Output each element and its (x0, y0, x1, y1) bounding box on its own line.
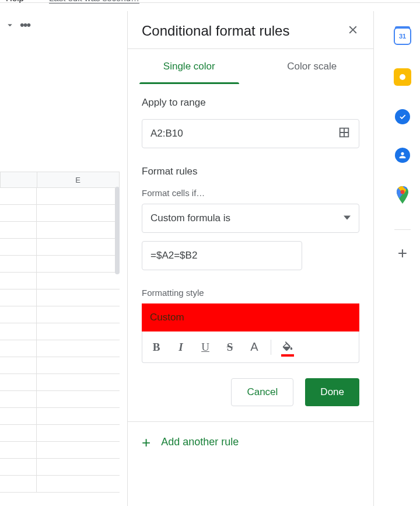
cell[interactable] (36, 442, 120, 459)
cell[interactable] (0, 205, 36, 222)
tasks-icon[interactable] (395, 109, 410, 124)
underline-button[interactable]: U (194, 336, 217, 359)
contacts-icon[interactable] (395, 148, 410, 163)
rule-type-value: Custom formula is (150, 212, 344, 224)
range-input[interactable]: A2:B10 (142, 119, 359, 148)
cell[interactable] (36, 323, 120, 340)
chevron-down-icon (344, 212, 351, 224)
separator (271, 340, 271, 355)
fill-color-indicator (281, 354, 294, 357)
cell[interactable] (0, 289, 36, 306)
cell[interactable] (36, 256, 120, 273)
cell[interactable] (0, 222, 36, 239)
close-icon[interactable] (346, 23, 359, 39)
last-edit-link[interactable]: Last edit was second… (49, 0, 139, 4)
menu-help[interactable]: Help (6, 0, 24, 3)
calendar-icon[interactable]: 31 (394, 27, 411, 45)
scrollbar[interactable] (115, 187, 120, 274)
style-preview-text: Custom (150, 312, 184, 323)
cell[interactable] (0, 323, 36, 340)
cell[interactable] (0, 357, 36, 374)
tab-single-color[interactable]: Single color (128, 49, 251, 84)
cell[interactable] (36, 459, 120, 476)
add-another-rule[interactable]: + Add another rule (128, 421, 373, 462)
formatting-style-label: Formatting style (142, 288, 359, 298)
cell[interactable] (36, 357, 120, 374)
done-button[interactable]: Done (305, 378, 359, 406)
style-preview[interactable]: Custom (142, 303, 359, 331)
cell[interactable] (36, 306, 120, 323)
keep-icon[interactable] (394, 68, 411, 86)
toolbar-overflow[interactable]: ••• (20, 18, 30, 33)
cell[interactable] (0, 442, 36, 459)
add-another-rule-label: Add another rule (161, 436, 239, 448)
col-header-e[interactable]: E (37, 172, 119, 187)
cell[interactable] (0, 273, 36, 289)
panel-title: Conditional format rules (142, 23, 346, 39)
cell[interactable] (0, 188, 36, 205)
strikethrough-button[interactable]: S (218, 336, 242, 359)
text-color-button[interactable]: A (243, 336, 266, 359)
formula-input[interactable]: =$A2=$B2 (142, 241, 302, 270)
cell[interactable] (0, 476, 36, 493)
apply-to-range-label: Apply to range (142, 97, 359, 109)
bold-button[interactable]: B (145, 336, 168, 359)
svg-point-0 (401, 190, 405, 194)
cell[interactable] (36, 340, 120, 357)
maps-icon[interactable] (396, 186, 410, 206)
rail-separator (394, 229, 411, 230)
cell[interactable] (0, 340, 36, 357)
cell[interactable] (36, 188, 120, 205)
tab-color-scale[interactable]: Color scale (251, 49, 374, 84)
cell[interactable] (36, 222, 120, 239)
side-rail: 31 + (385, 11, 420, 506)
tabs: Single color Color scale (128, 49, 373, 84)
rule-type-select[interactable]: Custom formula is (142, 204, 359, 233)
menubar: Help Last edit was second… (0, 0, 420, 3)
conditional-format-panel: Conditional format rules Single color Co… (127, 11, 374, 506)
cell[interactable] (0, 459, 36, 476)
formula-value: =$A2=$B2 (150, 250, 197, 261)
cell[interactable] (36, 239, 120, 256)
cell[interactable] (36, 374, 120, 391)
cancel-button[interactable]: Cancel (231, 378, 293, 406)
cell[interactable] (0, 306, 36, 323)
cell[interactable] (36, 391, 120, 408)
cell[interactable] (0, 408, 36, 425)
col-header-d[interactable] (1, 172, 37, 187)
range-value: A2:B10 (150, 128, 338, 139)
cell[interactable] (36, 205, 120, 222)
format-rules-label: Format rules (142, 166, 359, 177)
cell[interactable] (36, 476, 120, 493)
cell[interactable] (0, 425, 36, 442)
cell[interactable] (0, 239, 36, 256)
cell[interactable] (36, 273, 120, 289)
cell[interactable] (0, 391, 36, 408)
cell[interactable] (36, 425, 120, 442)
filter-dropdown-icon[interactable] (5, 20, 15, 30)
format-cells-if-label: Format cells if… (142, 188, 359, 198)
select-range-icon[interactable] (338, 126, 351, 142)
style-toolbar: B I U S A (142, 331, 359, 363)
italic-button[interactable]: I (169, 336, 192, 359)
fill-color-button[interactable] (276, 336, 299, 359)
cell[interactable] (0, 374, 36, 391)
cell[interactable] (0, 256, 36, 273)
cell[interactable] (36, 289, 120, 306)
cell[interactable] (36, 408, 120, 425)
sheet-fragment: E (0, 172, 120, 493)
